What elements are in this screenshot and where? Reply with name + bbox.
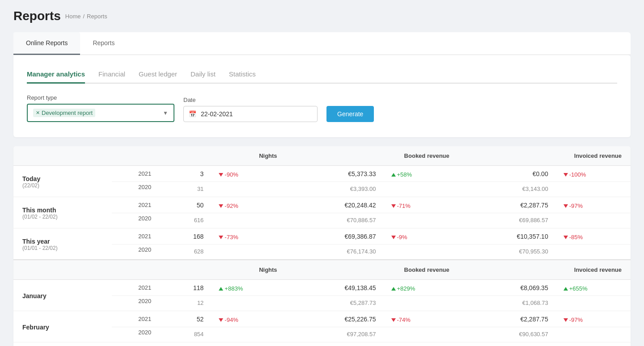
analytics-table: Nights Booked revenue Invoiced revenue T… [13,146,631,346]
arrow-down-icon [391,236,396,239]
date-group: Date 📅 [183,97,318,122]
booked-change: +58% [385,166,458,182]
arrow-down-icon [391,204,396,208]
booked-value: €3,415.00 [286,342,385,346]
year-label: 2021 [112,342,156,346]
breadcrumb-home[interactable]: Home [65,13,81,20]
breadcrumb: Home / Reports [65,13,107,20]
booked-change: -71% [385,197,458,213]
invoiced-value-2020: €69,886.57 [458,213,557,228]
booked-change: -87% [385,342,458,346]
tab-daily-list[interactable]: Daily list [191,66,216,84]
arrow-down-icon [564,318,568,322]
tab-manager-analytics[interactable]: Manager analytics [27,66,85,84]
tab-online-reports[interactable]: Online Reports [13,32,80,55]
chevron-down-icon: ▼ [163,110,168,116]
col-header-label [13,146,112,166]
row-label: This year(01/01 - 22/02) [13,228,112,260]
col-header-year [112,146,156,166]
col-header-booked: Booked revenue [286,146,458,166]
year-label: 2021 [112,166,156,182]
change-indicator: -73% [219,234,280,241]
top-tabs: Online Reports Reports [13,32,631,55]
invoiced-value: €2,287.75 [458,197,557,213]
invoiced-value-2020: €1,068.73 [458,296,557,311]
arrow-down-icon [219,204,223,208]
year-label: 2021 [112,228,156,245]
table-row: Today(22/02)20213-90%€5,373.33+58%€0.00-… [13,166,631,182]
arrow-up-icon [564,287,568,291]
row-label: January [13,280,112,311]
arrow-down-icon [219,318,223,322]
nights-change: -94% [212,311,286,327]
booked-value-2020: €70,886.57 [286,213,385,228]
tab-financial[interactable]: Financial [98,66,125,84]
change-indicator: -97% [564,316,624,323]
table-row: February202152-94%€25,226.75-74%€2,287.7… [13,311,631,327]
report-type-label: Report type [27,94,174,101]
table-row: March20210-100%€3,415.00-87%€0.00-100% [13,342,631,346]
invoiced-value-2020: €70,955.30 [458,245,557,260]
arrow-down-icon [219,236,223,239]
report-type-group: Report type ✕ Development report ▼ [27,94,174,122]
change-indicator: -74% [391,316,452,323]
change-indicator: -92% [219,203,280,209]
change-indicator: +883% [219,285,280,292]
invoiced-value-2020: €90,630.57 [458,327,557,342]
remove-tag-button[interactable]: ✕ [36,110,40,116]
nights-value-2020: 31 [156,182,212,197]
tab-statistics[interactable]: Statistics [229,66,256,84]
col-header-invoiced: Invoiced revenue [458,146,631,166]
invoiced-change: +655% [557,280,631,296]
nights-value: 168 [156,228,212,245]
year-label: 2021 [112,280,156,296]
booked-value-2020: €97,208.57 [286,327,385,342]
arrow-up-icon [391,173,396,177]
booked-value-2020: €3,393.00 [286,182,385,197]
nights-value: 52 [156,311,212,327]
change-indicator: -94% [219,316,280,323]
change-indicator: -97% [564,203,624,209]
report-type-select[interactable]: ✕ Development report ▼ [27,104,174,122]
arrow-down-icon [391,318,396,322]
invoiced-value: €2,287.75 [458,311,557,327]
nights-change: +883% [212,280,286,296]
invoiced-change: -97% [557,197,631,213]
table-row: This month(01/02 - 22/02)202150-92%€20,2… [13,197,631,213]
change-indicator: -90% [219,171,280,178]
nights-value: 118 [156,280,212,296]
invoiced-change: -100% [557,342,631,346]
date-wrapper: 📅 [183,106,318,122]
year-label-2020: 2020 [112,213,156,228]
year-label-2020: 2020 [112,182,156,197]
generate-button[interactable]: Generate [326,106,374,122]
year-label-2020: 2020 [112,296,156,311]
date-input[interactable] [183,106,318,122]
data-table-card: Nights Booked revenue Invoiced revenue T… [13,146,631,346]
row-label: February [13,311,112,342]
booked-value-2020: €5,287.73 [286,296,385,311]
page-title: Reports [13,9,61,23]
year-label: 2021 [112,311,156,327]
table-row: This year(01/01 - 22/02)2021168-73%€69,3… [13,228,631,245]
nights-change: -92% [212,197,286,213]
change-indicator: -85% [564,234,624,241]
nights-change: -90% [212,166,286,182]
booked-change: -9% [385,228,458,245]
invoiced-value: €0.00 [458,166,557,182]
breadcrumb-current: Reports [87,13,107,20]
year-label-2020: 2020 [112,327,156,342]
nights-value-2020: 616 [156,213,212,228]
date-label: Date [183,97,318,103]
nights-value-2020: 628 [156,245,212,260]
invoiced-change: -85% [557,228,631,245]
booked-change: +829% [385,280,458,296]
change-indicator: +655% [564,285,624,292]
tab-reports[interactable]: Reports [80,32,127,55]
arrow-down-icon [564,173,568,177]
nights-value: 3 [156,166,212,182]
tab-guest-ledger[interactable]: Guest ledger [139,66,177,84]
invoiced-value: €8,069.35 [458,280,557,296]
booked-value: €69,386.87 [286,228,385,245]
booked-value: €5,373.33 [286,166,385,182]
